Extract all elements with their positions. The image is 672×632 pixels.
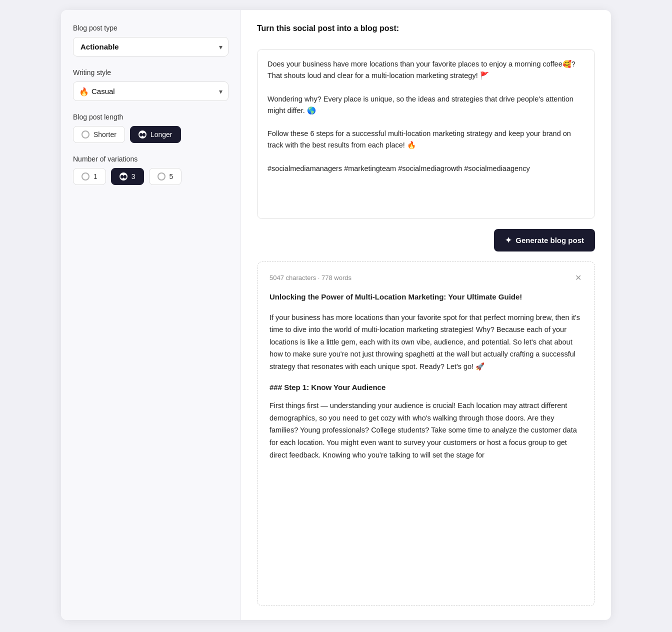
longer-radio-circle [138,130,146,138]
main-container: Blog post type Actionable How-to Listicl… [61,10,611,620]
social-post-input-wrapper: Does your business have more locations t… [257,49,595,219]
var1-radio-circle [82,172,90,180]
variation-3-option[interactable]: 3 [111,168,144,185]
generate-button-label: Generate blog post [516,236,584,244]
result-body-p1: If your business has more locations than… [270,312,582,373]
shorter-label: Shorter [94,130,116,138]
result-card: 5047 characters · 778 words ✕ Unlocking … [257,262,595,606]
longer-label: Longer [150,130,172,138]
variation-radio-group: 1 3 5 [73,168,228,185]
length-radio-group: Shorter Longer [73,126,228,143]
generate-blog-post-button[interactable]: ✦ Generate blog post [494,229,595,252]
shorter-radio-circle [82,130,90,138]
social-post-textarea[interactable]: Does your business have more locations t… [258,50,594,218]
left-panel: Blog post type Actionable How-to Listicl… [61,10,241,620]
variation-5-option[interactable]: 5 [149,168,182,185]
result-step1-heading: ### Step 1: Know Your Audience [270,381,582,394]
var3-radio-circle [120,172,128,180]
writing-style-select[interactable]: Casual Formal Professional Friendly [73,82,228,101]
blog-post-type-select[interactable]: Actionable How-to Listicle Opinion News [73,37,228,56]
writing-style-label: Writing style [73,68,228,76]
num-variations-label: Number of variations [73,155,228,163]
variation-1-option[interactable]: 1 [73,168,106,185]
result-title: Unlocking the Power of Multi-Location Ma… [270,290,582,304]
writing-style-wrapper: 🔥 Casual Formal Professional Friendly ▾ [73,82,228,101]
close-result-button[interactable]: ✕ [574,272,582,284]
right-panel: Turn this social post into a blog post: … [241,10,611,620]
section-title: Turn this social post into a blog post: [257,24,595,33]
var3-label: 3 [132,172,136,180]
var5-label: 5 [170,172,174,180]
sparkle-icon: ✦ [505,236,512,245]
result-meta-row: 5047 characters · 778 words ✕ [270,272,582,284]
blog-post-type-label: Blog post type [73,24,228,32]
fire-icon: 🔥 [79,86,89,96]
length-shorter-option[interactable]: Shorter [73,126,125,143]
blog-post-type-wrapper: Actionable How-to Listicle Opinion News … [73,37,228,56]
result-content: Unlocking the Power of Multi-Location Ma… [270,290,582,469]
blog-post-length-label: Blog post length [73,113,228,121]
result-meta-text: 5047 characters · 778 words [270,274,352,282]
var1-label: 1 [94,172,98,180]
length-longer-option[interactable]: Longer [130,126,181,143]
result-step1-body: First things first — understanding your … [270,400,582,461]
var5-radio-circle [158,172,166,180]
